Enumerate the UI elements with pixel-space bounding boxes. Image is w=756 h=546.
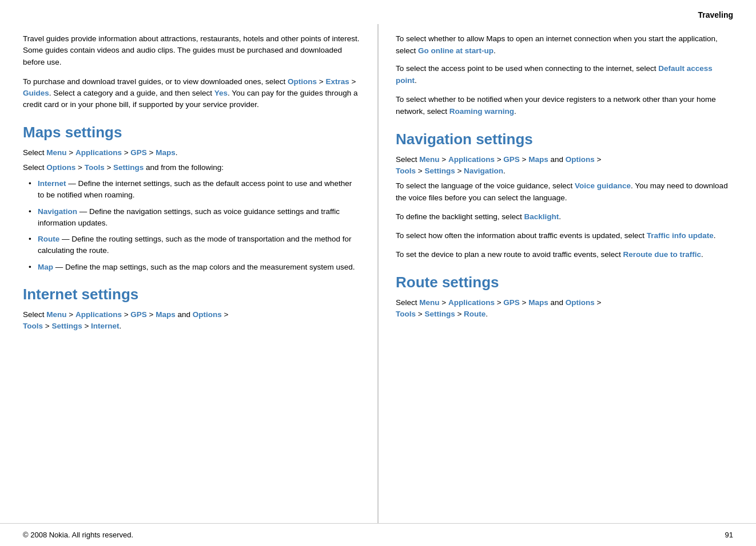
list-item: Route — Define the routing settings, suc…	[29, 234, 360, 257]
maps-gps-link[interactable]: GPS	[130, 148, 147, 157]
route-tools-link[interactable]: Tools	[396, 310, 416, 318]
inet-internet-link[interactable]: Internet	[91, 322, 120, 330]
nav-applications-link[interactable]: Applications	[448, 155, 495, 164]
internet-settings-heading: Internet settings	[23, 286, 360, 303]
yes-link-intro[interactable]: Yes	[214, 89, 228, 97]
navigation-settings-section: Navigation settings Select Menu > Applic…	[396, 130, 733, 261]
navigation-term: Navigation	[38, 207, 77, 216]
inet-menu-link[interactable]: Menu	[46, 310, 66, 319]
maps-options-link[interactable]: Options	[46, 163, 75, 172]
route-settings-link[interactable]: Settings	[424, 310, 455, 318]
inet-gps-link[interactable]: GPS	[130, 310, 147, 319]
nav-gps-link[interactable]: GPS	[503, 155, 520, 164]
footer-page-number: 91	[725, 531, 733, 539]
nav-para-2: To define the backlight setting, select …	[396, 211, 733, 223]
route-route-link[interactable]: Route	[464, 310, 486, 318]
route-term: Route	[38, 235, 59, 243]
inet-tools-link[interactable]: Tools	[23, 322, 43, 330]
nav-para-1: To select the language of the voice guid…	[396, 180, 733, 204]
intro-para2-mid1: >	[317, 77, 325, 86]
intro-para2-suffix1: . Select a category and a guide, and the…	[49, 89, 214, 97]
list-item: Map — Define the map settings, such as t…	[29, 262, 360, 273]
nav-select-line: Select Menu > Applications > GPS > Maps …	[396, 154, 733, 177]
reroute-link[interactable]: Reroute due to traffic	[623, 250, 701, 259]
route-maps-link[interactable]: Maps	[528, 298, 548, 307]
maps-select-line2: Select Options > Tools > Settings and fr…	[23, 162, 360, 173]
route-options-link[interactable]: Options	[566, 298, 595, 307]
extras-link-intro[interactable]: Extras	[325, 77, 349, 86]
route-applications-link[interactable]: Applications	[448, 298, 495, 307]
footer-bar: © 2008 Nokia. All rights reserved. 91	[0, 523, 756, 546]
left-column: Travel guides provide information about …	[0, 24, 379, 523]
route-settings-heading: Route settings	[396, 274, 733, 291]
intro-para2-prefix: To purchase and download travel guides, …	[23, 77, 288, 86]
inet-maps-link[interactable]: Maps	[156, 310, 176, 319]
maps-maps-link[interactable]: Maps	[156, 148, 176, 157]
nav-settings-link[interactable]: Settings	[424, 167, 455, 175]
go-online-link[interactable]: Go online at start-up	[418, 46, 494, 55]
maps-applications-link[interactable]: Applications	[75, 148, 122, 157]
nav-para-3: To select how often the information abou…	[396, 230, 733, 242]
internet-settings-section: Internet settings Select Menu > Applicat…	[23, 286, 360, 333]
voice-guidance-link[interactable]: Voice guidance	[575, 181, 631, 190]
right-para-1: To select whether to allow Maps to open …	[396, 33, 733, 57]
intro-para-2: To purchase and download travel guides, …	[23, 76, 360, 111]
nav-options-link[interactable]: Options	[566, 155, 595, 164]
nav-navigation-link[interactable]: Navigation	[464, 167, 503, 175]
intro-para-1: Travel guides provide information about …	[23, 33, 360, 68]
nav-tools-link[interactable]: Tools	[396, 167, 416, 175]
page-container: Traveling Travel guides provide informat…	[0, 0, 756, 546]
header-bar: Traveling	[0, 0, 756, 24]
inet-applications-link[interactable]: Applications	[75, 310, 122, 319]
list-item: Navigation — Define the navigation setti…	[29, 206, 360, 230]
right-column: To select whether to allow Maps to open …	[379, 24, 756, 523]
list-item: Internet — Define the internet settings,…	[29, 178, 360, 201]
maps-menu-link[interactable]: Menu	[46, 148, 66, 157]
navigation-text: — Define the navigation settings, such a…	[38, 207, 340, 227]
map-text: — Define the map settings, such as the m…	[53, 263, 355, 271]
maps-tools-link[interactable]: Tools	[85, 163, 105, 172]
roaming-warning-link[interactable]: Roaming warning	[449, 107, 514, 116]
maps-settings-link[interactable]: Settings	[113, 163, 144, 172]
internet-select-line: Select Menu > Applications > GPS > Maps …	[23, 309, 360, 333]
route-select-line: Select Menu > Applications > GPS > Maps …	[396, 297, 733, 321]
route-gps-link[interactable]: GPS	[503, 298, 520, 307]
maps-select1-prefix: Select	[23, 148, 46, 157]
nav-maps-link[interactable]: Maps	[528, 155, 548, 164]
page-header-title: Traveling	[698, 10, 733, 19]
maps-settings-section: Maps settings Select Menu > Applications…	[23, 124, 360, 273]
right-para-3: To select whether to be notified when yo…	[396, 94, 733, 118]
maps-select-line1: Select Menu > Applications > GPS > Maps.	[23, 147, 360, 159]
nav-menu-link[interactable]: Menu	[419, 155, 439, 164]
backlight-link[interactable]: Backlight	[524, 212, 559, 221]
options-link-intro[interactable]: Options	[288, 77, 317, 86]
inet-settings-link[interactable]: Settings	[51, 322, 82, 330]
maps-settings-heading: Maps settings	[23, 124, 360, 141]
inet-options-link[interactable]: Options	[193, 310, 222, 319]
route-settings-section: Route settings Select Menu > Application…	[396, 274, 733, 321]
nav-para-4: To set the device to plan a new route to…	[396, 249, 733, 261]
navigation-settings-heading: Navigation settings	[396, 130, 733, 148]
maps-bullet-list: Internet — Define the internet settings,…	[29, 178, 360, 273]
internet-text: — Define the internet settings, such as …	[38, 179, 352, 199]
footer-copyright: © 2008 Nokia. All rights reserved.	[23, 531, 133, 539]
map-term: Map	[38, 263, 53, 271]
route-menu-link[interactable]: Menu	[419, 298, 439, 307]
internet-term: Internet	[38, 179, 66, 188]
traffic-info-link[interactable]: Traffic info update	[647, 231, 714, 240]
content-area: Travel guides provide information about …	[0, 24, 756, 523]
route-text: — Define the routing settings, such as t…	[38, 235, 352, 255]
intro-para2-mid2: >	[349, 77, 356, 86]
guides-link-intro[interactable]: Guides	[23, 89, 49, 97]
right-para-2: To select the access point to be used wh…	[396, 63, 733, 87]
